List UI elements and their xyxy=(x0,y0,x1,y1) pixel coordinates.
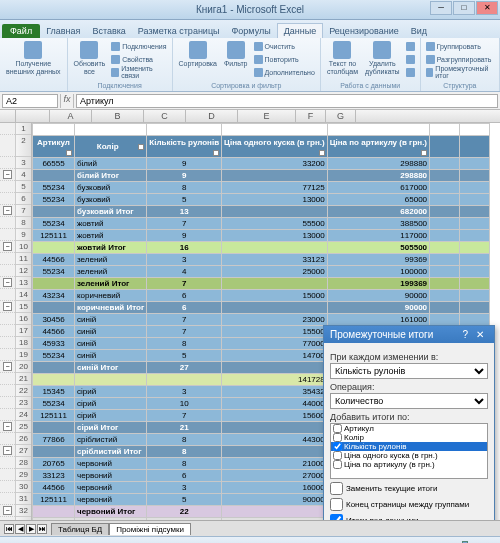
cell[interactable]: 35432 xyxy=(222,386,328,398)
cell[interactable]: 55234 xyxy=(33,194,75,206)
cell[interactable] xyxy=(33,278,75,290)
cell[interactable]: 15500 xyxy=(222,326,328,338)
tab-view[interactable]: Вид xyxy=(405,24,433,38)
cell[interactable]: 7 xyxy=(147,278,222,290)
cell[interactable]: сріблистий Итог xyxy=(75,446,147,458)
listbox-item-checkbox[interactable] xyxy=(333,424,342,433)
cell[interactable]: 13000 xyxy=(222,230,328,242)
cell[interactable]: 9 xyxy=(147,170,222,182)
cell[interactable] xyxy=(222,362,328,374)
cell[interactable]: 65000 xyxy=(327,194,429,206)
cell[interactable]: жовтий xyxy=(75,230,147,242)
cell[interactable]: 25000 xyxy=(222,266,328,278)
cell[interactable]: 7 xyxy=(147,314,222,326)
cell[interactable] xyxy=(33,518,75,521)
row-header[interactable]: 10 xyxy=(16,241,31,253)
filter-dropdown-icon[interactable] xyxy=(213,150,219,156)
cell[interactable]: 33123 xyxy=(33,470,75,482)
tab-formulas[interactable]: Формулы xyxy=(226,24,277,38)
filter-dropdown-icon[interactable] xyxy=(421,150,427,156)
listbox-item-checkbox[interactable] xyxy=(333,451,342,460)
edit-links-button[interactable]: Изменить связи xyxy=(110,66,167,78)
cell[interactable]: сірий xyxy=(75,410,147,422)
tab-home[interactable]: Главная xyxy=(40,24,86,38)
row-header[interactable]: 7 xyxy=(16,205,31,217)
cell[interactable]: зелений xyxy=(75,254,147,266)
col-header[interactable]: G xyxy=(326,110,356,122)
cell[interactable]: 33123 xyxy=(222,254,328,266)
row-header[interactable]: 22 xyxy=(16,385,31,397)
cell[interactable]: коричневий Итог xyxy=(75,302,147,314)
filter-dropdown-icon[interactable] xyxy=(319,150,325,156)
cell[interactable]: 27 xyxy=(147,362,222,374)
cell[interactable]: червоний xyxy=(75,458,147,470)
listbox-item[interactable]: Кількість рулонів xyxy=(331,442,487,451)
cell[interactable] xyxy=(222,170,328,182)
cell[interactable]: 388500 xyxy=(327,218,429,230)
sheet-tab[interactable]: Проміжні підсумки xyxy=(109,523,191,535)
sheet-nav-last[interactable]: ⏭ xyxy=(37,524,47,534)
cell[interactable]: 6 xyxy=(147,290,222,302)
cell[interactable]: сірий xyxy=(75,386,147,398)
cell[interactable]: 55234 xyxy=(33,398,75,410)
cell[interactable]: коричневий xyxy=(75,290,147,302)
cell[interactable] xyxy=(222,242,328,254)
operation-select[interactable]: Количество xyxy=(330,393,488,409)
cell[interactable] xyxy=(33,374,75,386)
row-header[interactable]: 32 xyxy=(16,505,31,517)
dialog-help-button[interactable]: ? xyxy=(462,329,468,340)
cell[interactable]: 33200 xyxy=(222,158,328,170)
cell[interactable]: зелений xyxy=(75,266,147,278)
listbox-item-checkbox[interactable] xyxy=(333,433,342,442)
cell[interactable]: жовтий xyxy=(75,218,147,230)
cell[interactable] xyxy=(222,302,328,314)
cell[interactable]: бузковий Итог xyxy=(75,206,147,218)
cell[interactable]: 77866 xyxy=(33,434,75,446)
advanced-filter-button[interactable]: Дополнительно xyxy=(253,66,316,78)
formula-input[interactable] xyxy=(76,94,498,108)
outline-collapse-button[interactable]: − xyxy=(3,362,12,371)
cell[interactable]: синій xyxy=(75,350,147,362)
cell[interactable]: червоний xyxy=(75,482,147,494)
cell[interactable]: 21 xyxy=(147,422,222,434)
filter-dropdown-icon[interactable] xyxy=(66,150,72,156)
cell[interactable]: 125111 xyxy=(33,230,75,242)
cell[interactable]: 8 xyxy=(147,338,222,350)
cell[interactable]: 5 xyxy=(147,194,222,206)
cell[interactable]: сірий Итог xyxy=(75,422,147,434)
sheet-tab[interactable]: Таблиця БД xyxy=(51,523,109,535)
cell[interactable]: 125111 xyxy=(33,410,75,422)
cell[interactable]: червоний xyxy=(75,470,147,482)
row-header[interactable]: 2 xyxy=(16,135,31,157)
cell[interactable]: 9 xyxy=(147,230,222,242)
cell[interactable]: 141728 xyxy=(222,374,328,386)
cell[interactable]: 10 xyxy=(147,398,222,410)
cell[interactable]: 100000 xyxy=(327,266,429,278)
outline-collapse-button[interactable]: − xyxy=(3,446,12,455)
cell[interactable]: 7 xyxy=(147,218,222,230)
cell[interactable]: 90000 xyxy=(327,290,429,302)
maximize-button[interactable]: □ xyxy=(453,1,475,15)
cell[interactable]: 55500 xyxy=(222,218,328,230)
refresh-all-button[interactable]: Обновить все xyxy=(72,40,108,78)
row-header[interactable]: 20 xyxy=(16,361,31,373)
cell[interactable]: 20765 xyxy=(33,458,75,470)
row-header[interactable]: 4 xyxy=(16,169,31,181)
col-header[interactable]: B xyxy=(92,110,144,122)
col-header[interactable]: A xyxy=(50,110,92,122)
cell[interactable]: 90000 xyxy=(222,494,328,506)
row-header[interactable]: 27 xyxy=(16,445,31,457)
cell[interactable]: бузковий xyxy=(75,194,147,206)
row-header[interactable]: 3 xyxy=(16,157,31,169)
properties-button[interactable]: Свойства xyxy=(110,53,167,65)
cell[interactable]: 505500 xyxy=(327,242,429,254)
cell[interactable]: 7 xyxy=(147,326,222,338)
cell[interactable] xyxy=(222,422,328,434)
cell[interactable]: 6 xyxy=(147,470,222,482)
row-header[interactable]: 18 xyxy=(16,337,31,349)
cell[interactable]: 8 xyxy=(147,434,222,446)
listbox-item-checkbox[interactable] xyxy=(333,460,342,469)
cell[interactable] xyxy=(33,170,75,182)
sheet-nav-prev[interactable]: ◀ xyxy=(15,524,25,534)
table-header[interactable]: Колір xyxy=(75,136,147,158)
